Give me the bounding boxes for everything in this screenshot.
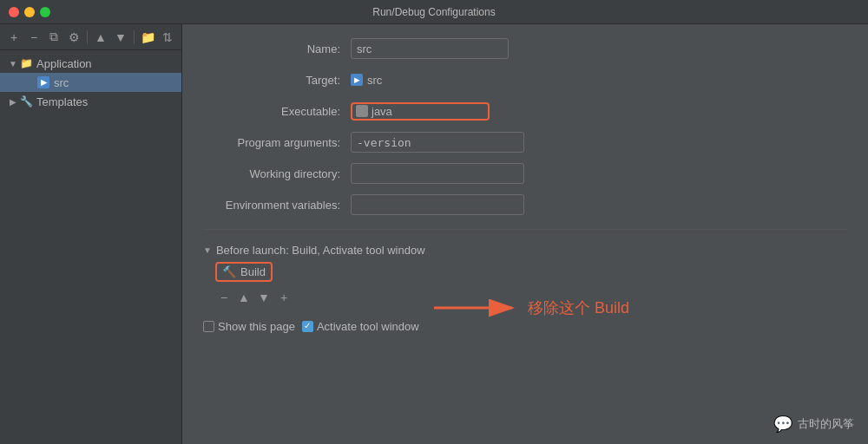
program-args-row: Program arguments: [203,132,847,153]
working-dir-label: Working directory: [203,167,351,180]
env-vars-input[interactable] [351,194,524,215]
tree-item-application[interactable]: ▼ 📁 Application [0,54,181,73]
section-separator [203,229,847,230]
wrench-icon: 🔧 [19,95,33,108]
src-icon: ▶ [36,75,50,89]
separator [87,30,88,44]
executable-value: java [372,105,392,118]
maximize-button[interactable] [40,7,50,17]
templates-label: Templates [36,95,88,108]
program-args-input[interactable] [351,132,524,153]
left-panel: + − ⧉ ⚙ ▲ ▼ 📁 ⇅ ▼ 📁 Application [0,24,182,444]
target-row: Target: ▶ src [203,69,847,90]
watermark: 💬 古时的风筝 [773,415,854,434]
close-button[interactable] [9,7,19,17]
show-page-checkbox[interactable] [203,321,214,332]
tree-item-src[interactable]: ▶ src [0,73,181,92]
name-label: Name: [203,42,351,56]
window-controls[interactable] [9,7,50,17]
expand-arrow: ▼ [7,57,19,69]
env-vars-row: Environment variables: [203,194,847,215]
target-text: src [367,74,382,87]
target-src-icon: ▶ [351,74,363,86]
activate-label: Activate tool window [317,320,419,333]
build-item[interactable]: 🔨 Build [215,262,273,282]
working-dir-input[interactable] [351,163,524,184]
executable-label: Executable: [203,105,351,118]
tree-toolbar: + − ⧉ ⚙ ▲ ▼ 📁 ⇅ [0,24,181,50]
configuration-tree: ▼ 📁 Application ▶ src ▶ 🔧 Templ [0,50,181,444]
folder-button[interactable]: 📁 [139,29,156,46]
target-value: ▶ src [351,74,382,87]
tree-item-templates[interactable]: ▶ 🔧 Templates [0,92,181,111]
remove-button[interactable]: − [25,29,43,46]
minimize-button[interactable] [24,7,35,17]
titlebar: Run/Debug Configurations [0,0,868,24]
src-label: src [54,76,69,89]
wechat-icon: 💬 [773,415,792,434]
build-remove-button[interactable]: − [215,289,233,306]
application-label: Application [36,57,92,70]
executable-icon [356,105,368,117]
before-launch-title: Before launch: Build, Activate tool wind… [216,244,425,257]
move-up-button[interactable]: ▲ [92,29,109,46]
build-list: 🔨 Build [215,262,847,282]
separator2 [134,30,135,44]
settings-button[interactable]: ⚙ [65,29,82,46]
show-page-wrapper: Show this page [203,320,295,333]
name-input[interactable] [351,38,509,59]
expand-arrow-templates: ▶ [7,95,19,108]
activate-checkbox[interactable] [302,321,313,332]
move-down-button[interactable]: ▼ [112,29,129,46]
no-arrow [24,76,36,88]
before-launch-section: ▼ Before launch: Build, Activate tool wi… [203,244,847,306]
bottom-options-row: Show this page Activate tool window [203,320,847,333]
target-label: Target: [203,74,351,87]
window-title: Run/Debug Configurations [372,6,495,18]
sort-button[interactable]: ⇅ [159,29,176,46]
executable-input-wrapper[interactable]: java [351,102,490,121]
build-add-button[interactable]: + [275,289,293,306]
before-launch-arrow: ▼ [203,245,212,255]
build-label: Build [240,265,266,278]
build-down-button[interactable]: ▼ [255,289,273,306]
show-page-label: Show this page [218,320,295,333]
program-args-label: Program arguments: [203,136,351,149]
right-panel: Name: Target: ▶ src Executable: java Pro… [182,24,868,444]
working-dir-row: Working directory: [203,163,847,184]
build-hammer-icon: 🔨 [222,265,236,278]
build-up-button[interactable]: ▲ [235,289,253,306]
copy-button[interactable]: ⧉ [45,29,62,46]
env-vars-label: Environment variables: [203,199,351,212]
add-button[interactable]: + [5,29,23,46]
build-list-toolbar: − ▲ ▼ + [215,289,847,306]
before-launch-header: ▼ Before launch: Build, Activate tool wi… [203,244,847,257]
activate-wrapper: Activate tool window [302,320,419,333]
executable-row: Executable: java [203,101,847,121]
watermark-text: 古时的风筝 [798,416,854,432]
folder-icon: 📁 [19,56,33,70]
name-row: Name: [203,38,847,59]
main-layout: + − ⧉ ⚙ ▲ ▼ 📁 ⇅ ▼ 📁 Application [0,24,868,444]
